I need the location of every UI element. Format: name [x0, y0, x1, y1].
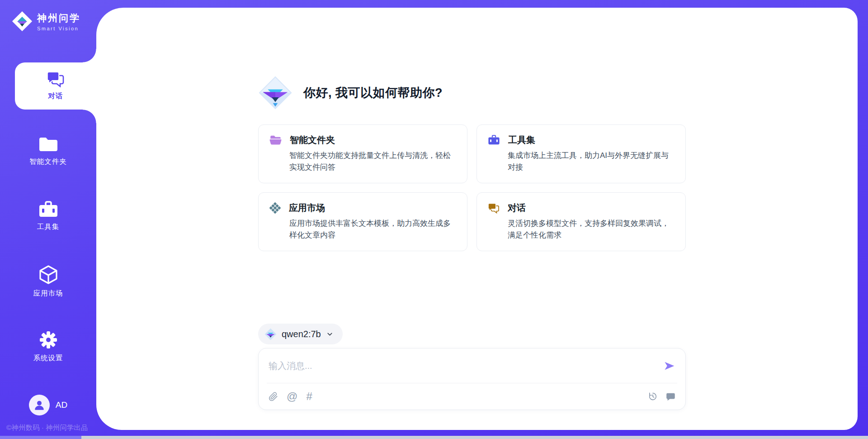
greeting-text: 你好, 我可以如何帮助你?	[303, 85, 443, 101]
main-column: 你好, 我可以如何帮助你? 智能文件夹 智能文件夹功能支持批量文件上传与清洗，轻…	[258, 8, 686, 410]
chat-icon	[47, 71, 65, 87]
app-background: 你好, 我可以如何帮助你? 智能文件夹 智能文件夹功能支持批量文件上传与清洗，轻…	[0, 0, 868, 439]
card-toolset[interactable]: 工具集 集成市场上主流工具，助力AI与外界无缝扩展与对接	[476, 124, 686, 183]
user-name: AD	[56, 400, 67, 410]
card-description: 智能文件夹功能支持批量文件上传与清洗，轻松实现文件问答	[289, 150, 456, 174]
folder-icon	[269, 135, 282, 145]
feature-cards: 智能文件夹 智能文件夹功能支持批量文件上传与清洗，轻松实现文件问答	[258, 124, 686, 251]
sidebar-item-smart-folder[interactable]: 智能文件夹	[0, 128, 96, 175]
brand-diamond-logo-icon	[258, 76, 292, 110]
greeting-hero: 你好, 我可以如何帮助你?	[258, 76, 686, 110]
card-title: 对话	[508, 202, 526, 214]
sidebar-item-chat[interactable]: 对话	[15, 62, 96, 110]
sidebar-item-label: 智能文件夹	[29, 157, 67, 167]
folder-icon	[38, 136, 58, 153]
card-description: 应用市场提供丰富长文本模板，助力高效生成多样化文章内容	[289, 218, 456, 242]
window-bottom-edge	[0, 436, 868, 439]
card-app-market[interactable]: 应用市场 应用市场提供丰富长文本模板，助力高效生成多样化文章内容	[258, 192, 467, 251]
history-icon	[648, 391, 658, 401]
send-button[interactable]	[663, 360, 675, 372]
sidebar-item-label: 对话	[48, 91, 63, 101]
cube-icon	[38, 265, 58, 285]
sidebar-nav: 对话 智能文件夹	[0, 62, 96, 388]
brand-subtitle: Smart Vision	[37, 26, 80, 31]
brand-title: 神州问学	[37, 12, 80, 24]
card-smart-folder[interactable]: 智能文件夹 智能文件夹功能支持批量文件上传与清洗，轻松实现文件问答	[258, 124, 467, 183]
avatar	[29, 395, 50, 415]
main-content: 你好, 我可以如何帮助你? 智能文件夹 智能文件夹功能支持批量文件上传与清洗，轻…	[96, 8, 858, 430]
history-button[interactable]	[648, 391, 658, 401]
model-name: qwen2:7b	[282, 329, 321, 339]
card-description: 灵活切换多模型文件，支持多样回复效果调试，满足个性化需求	[508, 218, 675, 242]
user-avatar-icon	[33, 399, 45, 411]
sidebar-item-label: 系统设置	[33, 353, 63, 363]
hash-icon[interactable]: #	[306, 390, 312, 403]
at-icon[interactable]: @	[287, 390, 297, 403]
toolbox-icon	[488, 135, 500, 145]
card-title: 智能文件夹	[290, 134, 335, 146]
send-icon	[663, 360, 675, 372]
chat-icon	[488, 203, 500, 214]
paperclip-icon	[269, 392, 278, 401]
card-title: 工具集	[508, 134, 535, 146]
model-diamond-logo-icon	[264, 328, 277, 340]
sidebar-item-label: 工具集	[37, 222, 60, 232]
card-description: 集成市场上主流工具，助力AI与外界无缝扩展与对接	[508, 150, 675, 174]
card-title: 应用市场	[289, 202, 325, 214]
card-chat[interactable]: 对话 灵活切换多模型文件，支持多样回复效果调试，满足个性化需求	[476, 192, 686, 251]
sidebar: 神州问学 Smart Vision 对话	[0, 0, 96, 439]
sidebar-item-toolset[interactable]: 工具集	[0, 193, 96, 240]
sidebar-item-settings[interactable]: 系统设置	[0, 323, 96, 370]
user-menu[interactable]: AD	[0, 395, 96, 415]
message-input[interactable]	[269, 361, 663, 371]
chevron-down-icon	[326, 330, 334, 338]
gear-icon	[39, 330, 58, 349]
toolbox-icon	[38, 201, 58, 218]
chat-bubble-icon	[665, 391, 675, 401]
grid-icon	[269, 202, 281, 214]
message-composer: @ #	[258, 348, 686, 410]
sidebar-item-label: 应用市场	[33, 289, 63, 298]
attach-button[interactable]	[269, 392, 278, 401]
model-selector[interactable]: qwen2:7b	[258, 324, 343, 344]
copyright-text: ©神州数码 · 神州问学出品	[6, 423, 88, 433]
sidebar-item-app-market[interactable]: 应用市场	[0, 258, 96, 305]
chat-history-button[interactable]	[665, 391, 675, 401]
brand-logo: 神州问学 Smart Vision	[0, 0, 96, 32]
brand-diamond-logo-icon	[12, 11, 33, 32]
